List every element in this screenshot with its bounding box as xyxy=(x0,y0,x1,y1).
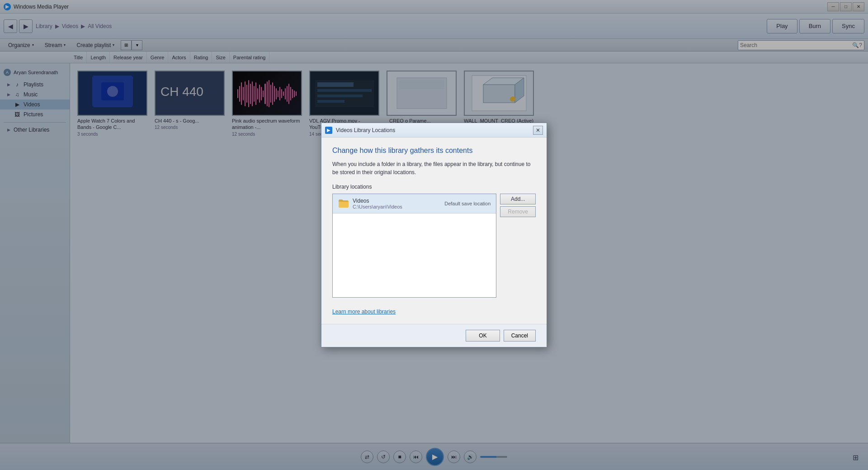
location-info: Videos C:\Users\aryan\Videos xyxy=(353,198,402,209)
dialog-description: When you include a folder in a library, … xyxy=(332,160,536,176)
dialog-heading: Change how this library gathers its cont… xyxy=(332,147,536,155)
dialog-videos-library: ▶ Videos Library Locations ✕ Change how … xyxy=(321,123,547,347)
dialog-section-label: Library locations xyxy=(332,184,536,190)
add-button[interactable]: Add... xyxy=(500,194,536,204)
folder-icon xyxy=(338,198,349,209)
dialog-overlay: ▶ Videos Library Locations ✕ Change how … xyxy=(0,0,868,470)
dialog-body: Change how this library gathers its cont… xyxy=(321,138,547,324)
remove-button[interactable]: Remove xyxy=(500,206,536,217)
dialog-action-buttons: Add... Remove xyxy=(500,194,536,303)
location-path: C:\Users\aryan\Videos xyxy=(353,204,402,209)
learn-more-link[interactable]: Learn more about libraries xyxy=(332,309,396,315)
location-name: Videos xyxy=(353,198,402,204)
dialog-close-button[interactable]: ✕ xyxy=(533,126,543,135)
dialog-icon: ▶ xyxy=(325,127,332,134)
dialog-locations-wrapper: Videos C:\Users\aryan\Videos Default sav… xyxy=(332,194,536,303)
dialog-titlebar: ▶ Videos Library Locations ✕ xyxy=(321,123,547,138)
location-default-label: Default save location xyxy=(444,201,491,206)
dialog-footer: OK Cancel xyxy=(321,324,547,347)
ok-button[interactable]: OK xyxy=(466,330,500,342)
dialog-locations-box: Videos C:\Users\aryan\Videos Default sav… xyxy=(332,194,496,298)
cancel-button[interactable]: Cancel xyxy=(504,330,536,342)
location-item[interactable]: Videos C:\Users\aryan\Videos Default sav… xyxy=(333,194,496,214)
dialog-title: Videos Library Locations xyxy=(336,127,533,133)
